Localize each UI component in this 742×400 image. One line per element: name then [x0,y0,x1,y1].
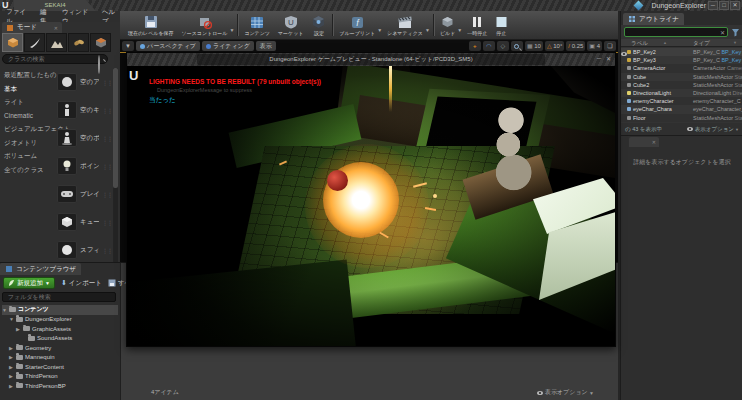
placeable-empty-pawn[interactable]: 空のポーン⋮⋮ [57,124,112,152]
expand-arrow-icon[interactable]: ▼ [9,316,14,322]
scale-tool-button[interactable]: ◇ [497,41,509,51]
show-button[interactable]: 表示 [256,41,276,51]
table-row[interactable]: FloorStaticMeshActor StaticMeshActor [621,114,742,122]
table-row[interactable]: DirectionalLightDirectionalLight Directi… [621,89,742,97]
tree-item-thirdpersonbp[interactable]: ▶ThirdPersonBP [2,381,118,391]
folder-icon [16,345,23,350]
tree-item-startercontent[interactable]: ▶StarterContent [2,362,118,372]
clear-search-icon[interactable]: ✕ [720,29,725,36]
scale-snap-button[interactable]: / 0.25 [566,41,585,51]
rotation-snap-button[interactable]: △ 10° [545,41,564,51]
tree-item-content-root[interactable]: ▼コンテンツ [2,305,118,315]
details-tab[interactable]: ✕ [629,137,659,147]
source-control-dropdown-icon[interactable]: ▼ [229,27,234,33]
column-label[interactable]: ラベル [631,40,648,47]
world-local-toggle[interactable] [511,41,523,51]
category-cinematic[interactable]: Cinematic [0,109,56,123]
maximize-viewport-button[interactable]: ❏ [604,41,616,51]
expand-arrow-icon[interactable]: ▶ [9,373,14,379]
placeable-empty-character[interactable]: 空のキャラ⋮⋮ [57,96,112,124]
placeable-sphere[interactable]: スフィア⋮⋮ [57,236,112,262]
cinematics-dropdown-icon[interactable]: ▼ [425,27,430,33]
expand-arrow-icon[interactable]: ▶ [9,345,14,351]
expand-arrow-icon[interactable]: ▼ [2,307,7,313]
close-button[interactable]: ✕ [606,55,611,62]
modes-scrollbar[interactable] [113,68,118,262]
import-button[interactable]: ⬇ インポート [61,279,102,288]
blueprints-button[interactable]: f ブループリント [335,12,379,39]
outliner-search-input[interactable] [624,27,728,37]
outliner-tab[interactable]: アウトライナ [623,13,684,25]
placeable-point-light[interactable]: ポイントラ⋮⋮ [57,152,112,180]
foliage-mode-button[interactable] [68,33,89,52]
table-row[interactable]: BP_Key3BP_Key_C BP_Key を編集 [621,56,742,64]
game-viewport[interactable]: U LIGHTING NEEDS TO BE REBUILT (79 unbui… [127,66,615,346]
category-recent[interactable]: 最近配置したもの [0,68,56,82]
table-row[interactable]: CubeStaticMeshActor StaticMeshActor [621,73,742,81]
table-row[interactable]: BP_Key2BP_Key_C BP_Key を編集 [621,48,742,56]
perspective-button[interactable]: パースペクティブ [136,41,200,51]
category-volumes[interactable]: ボリューム [0,149,56,163]
tree-item-soundassets[interactable]: SoundAssets [2,334,118,344]
category-vfx[interactable]: ビジュアルエフェクト [0,122,56,136]
table-row[interactable]: enemyCharacterenemyCharacter_C enemyChar… [621,97,742,105]
content-browser-tab[interactable]: コンテンツブラウザ [0,263,81,275]
maximize-button[interactable]: □ [719,1,729,10]
category-all[interactable]: 全てのクラス [0,163,56,177]
geometry-mode-button[interactable] [90,33,111,52]
viewport-options-button[interactable]: ▼ [122,41,134,51]
placeable-cube[interactable]: キューブ⋮⋮ [57,208,112,236]
tree-item-dungeonexplorer[interactable]: ▼DungeonExplorer [2,315,118,325]
view-options-button[interactable]: 表示オプション [545,388,588,397]
pause-button[interactable]: 一時停止 [463,12,491,39]
class-search-input[interactable] [2,54,108,64]
placeable-empty-actor[interactable]: 空のアクタ⋮⋮ [57,68,112,96]
source-control-button[interactable]: ソースコントロール [178,12,232,39]
filter-icon[interactable] [731,28,740,37]
grid-snap-button[interactable]: ▦ 10 [525,41,543,51]
category-geometry[interactable]: ジオメトリ [0,136,56,150]
build-dropdown-icon[interactable]: ▼ [457,27,462,33]
category-basic[interactable]: 基本 [0,82,56,96]
placeable-player-start[interactable]: プレイヤー⋮⋮ [57,180,112,208]
game-window-titlebar[interactable]: DungeonExplorer ゲームプレビュー - Standalone (6… [127,53,615,66]
build-button[interactable]: ビルド [436,12,459,39]
save-level-button[interactable]: 現在のレベルを保存 [124,12,178,39]
tree-item-graphicassets[interactable]: ▶GraphicAssets [2,324,118,334]
view-mode-button[interactable]: ライティング [202,41,254,51]
table-row[interactable]: Cube2StaticMeshActor StaticMeshActor [621,81,742,89]
column-type[interactable]: タイプ [693,40,710,47]
chevron-down-icon[interactable]: ▼ [733,40,737,45]
close-icon[interactable]: ✕ [54,25,58,31]
content-browser-button[interactable]: コンテンツ [240,12,274,39]
expand-arrow-icon[interactable]: ▶ [9,364,14,370]
category-lights[interactable]: ライト [0,95,56,109]
expand-arrow-icon[interactable]: ▶ [16,326,21,332]
settings-button[interactable]: 設定 [307,12,330,39]
marketplace-button[interactable]: U マーケット [274,12,307,39]
modes-tab[interactable]: モード ✕ [2,22,62,33]
expand-arrow-icon[interactable]: ▶ [9,354,14,360]
table-row[interactable]: eyeChar_CharaeyeChar_Character_C eyeChar… [621,105,742,113]
minimize-button[interactable]: ─ [597,55,601,61]
blueprints-dropdown-icon[interactable]: ▼ [377,27,382,33]
close-button[interactable]: ✕ [730,1,740,10]
move-tool-button[interactable]: + [469,41,481,51]
tree-item-geometry[interactable]: ▶Geometry [2,343,118,353]
paint-mode-button[interactable] [24,33,45,52]
folder-search-input[interactable] [2,292,116,302]
stop-button[interactable]: 停止 [491,12,511,39]
add-new-button[interactable]: 新規追加 ▼ [3,277,55,289]
tree-item-thirdperson[interactable]: ▶ThirdPerson [2,372,118,382]
minimize-button[interactable]: ─ [708,1,718,10]
landscape-mode-button[interactable] [46,33,67,52]
view-options-button[interactable]: 表示オプション [695,126,734,133]
camera-speed-button[interactable]: ▣ 4 [587,41,602,51]
cinematics-button[interactable]: シネマティクス [383,12,427,39]
table-row[interactable]: CameraActorCameraActor CameraActor [621,64,742,72]
close-icon[interactable]: ✕ [652,139,656,145]
expand-arrow-icon[interactable]: ▶ [9,383,14,389]
rotate-tool-button[interactable]: ◠ [483,41,495,51]
place-mode-button[interactable] [2,33,23,52]
tree-item-mannequin[interactable]: ▶Mannequin [2,353,118,363]
